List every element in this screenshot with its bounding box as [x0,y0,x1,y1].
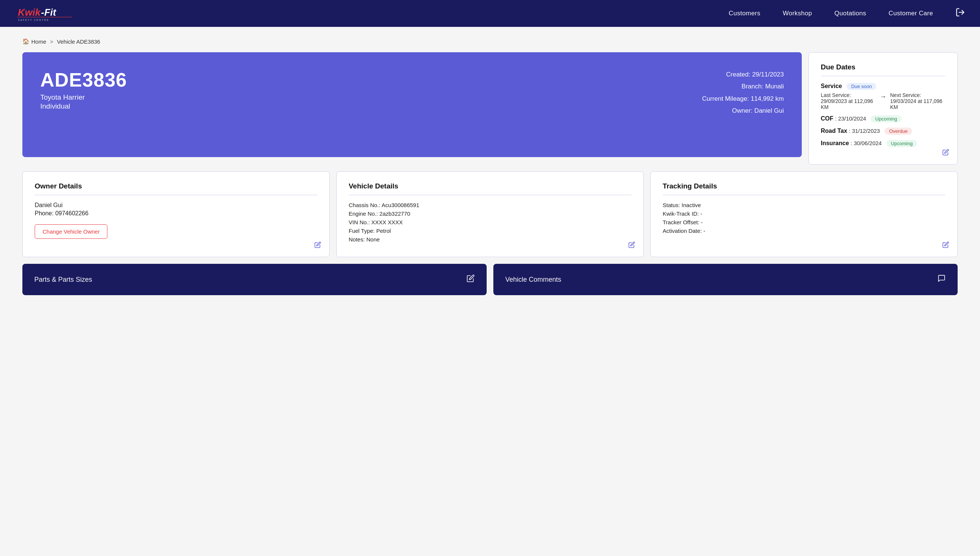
tracking-details-title: Tracking Details [662,182,945,195]
parts-edit-icon[interactable] [466,274,475,285]
vehicle-details-card: Vehicle Details Chassis No.: Acu30008659… [336,171,644,257]
owner-edit-icon[interactable] [314,241,321,250]
change-vehicle-owner-button[interactable]: Change Vehicle Owner [35,224,107,239]
parts-card: Parts & Parts Sizes [23,264,487,295]
hero-row: ADE3836 Toyota Harrier Individual Create… [23,52,957,165]
owner-phone: Phone: 0974602266 [35,210,318,217]
breadcrumb: 🏠 Home > Vehicle ADE3836 [23,38,957,45]
road-tax-label: Road Tax [821,128,847,134]
cof-badge: Upcoming [871,115,902,123]
next-service-date: 19/03/2024 at 117,096 KM [890,98,945,110]
svg-rect-4 [17,17,73,18]
kwik-track-id: Kwik-Track ID: - [662,210,945,217]
owner-name: Daniel Gui [35,202,318,208]
vehicle-model: Toyota Harrier [40,93,127,102]
cof-row: COF : 23/10/2024 Upcoming [821,115,945,123]
nav-item-customers[interactable]: Customers [729,10,760,17]
comments-icon[interactable] [938,274,946,285]
hero-card: ADE3836 Toyota Harrier Individual Create… [23,52,802,157]
service-arrow-icon: → [880,93,887,101]
details-cards-row: Owner Details Daniel Gui Phone: 09746022… [23,171,957,257]
comments-card: Vehicle Comments [493,264,957,295]
vehicle-type: Individual [40,102,127,110]
nav-links: Customers Workshop Quotations Customer C… [729,10,933,17]
logout-button[interactable] [956,8,965,19]
due-dates-title: Due Dates [821,63,945,76]
tracking-status: Status: Inactive [662,202,945,208]
breadcrumb-separator: > [50,39,53,45]
engine-no: Engine No.: 2azb322770 [349,210,631,217]
tracking-edit-icon[interactable] [942,241,949,250]
hero-right: Created: 29/11/2023 Branch: Munali Curre… [702,69,784,117]
insurance-badge: Upcoming [887,140,917,147]
road-tax-badge: Overdue [885,128,912,135]
insurance-date: 30/06/2024 [854,140,882,146]
bottom-row: Parts & Parts Sizes Vehicle Comments [23,264,957,295]
fuel-type: Fuel Type: Petrol [349,228,631,234]
svg-text:-Fit: -Fit [41,7,57,18]
cof-label: COF [821,115,833,122]
service-badge: Due soon [846,83,876,90]
vehicle-notes: Notes: None [349,236,631,242]
service-dates: Last Service: 29/09/2023 at 112,096 KM →… [821,92,945,110]
vehicle-mileage: Current Mileage: 114,992 km [702,93,784,105]
home-icon: 🏠 [23,38,29,45]
navbar: Kwik -Fit SAFETY CENTRE Customers Worksh… [0,0,980,27]
breadcrumb-home-link[interactable]: 🏠 Home [23,38,46,45]
hero-left: ADE3836 Toyota Harrier Individual [40,69,127,110]
insurance-label: Insurance [821,140,849,146]
svg-text:SAFETY CENTRE: SAFETY CENTRE [18,19,49,21]
cof-date: 23/10/2024 [838,115,866,122]
owner-details-card: Owner Details Daniel Gui Phone: 09746022… [23,171,330,257]
next-service-label: Next Service: [890,92,945,98]
vehicle-owner-name: Owner: Daniel Gui [702,105,784,117]
parts-title: Parts & Parts Sizes [34,276,92,284]
service-row: Service Due soon Last Service: 29/09/202… [821,83,945,110]
service-next: Next Service: 19/03/2024 at 117,096 KM [890,92,945,110]
owner-details-title: Owner Details [35,182,318,195]
road-tax-row: Road Tax : 31/12/2023 Overdue [821,128,945,135]
breadcrumb-home-label: Home [31,39,46,45]
nav-item-quotations[interactable]: Quotations [835,10,866,17]
tracker-offset: Tracker Offset: - [662,219,945,225]
svg-text:Kwik: Kwik [18,7,41,18]
due-dates-card: Due Dates Service Due soon Last Service:… [809,52,957,165]
vehicle-branch: Branch: Munali [702,81,784,92]
chassis-no: Chassis No.: Acu300086591 [349,202,631,208]
service-label: Service [821,83,842,89]
nav-item-customer-care[interactable]: Customer Care [889,10,933,17]
service-last: Last Service: 29/09/2023 at 112,096 KM [821,92,876,110]
due-dates-edit-icon[interactable] [942,149,949,157]
vehicle-plate: ADE3836 [40,69,127,91]
insurance-row: Insurance : 30/06/2024 Upcoming [821,140,945,147]
last-service-date: 29/09/2023 at 112,096 KM [821,98,876,110]
breadcrumb-current: Vehicle ADE3836 [57,39,100,45]
nav-item-workshop[interactable]: Workshop [783,10,812,17]
main-content: 🏠 Home > Vehicle ADE3836 ADE3836 Toyota … [0,27,980,318]
logo[interactable]: Kwik -Fit SAFETY CENTRE [15,3,74,24]
road-tax-date: 31/12/2023 [852,128,880,134]
vehicle-created: Created: 29/11/2023 [702,69,784,81]
activation-date: Activation Date: - [662,228,945,234]
vin-no: VIN No.: XXXX XXXX [349,219,631,225]
tracking-details-card: Tracking Details Status: Inactive Kwik-T… [650,171,957,257]
vehicle-details-title: Vehicle Details [349,182,631,195]
comments-title: Vehicle Comments [505,276,561,284]
last-service-label: Last Service: [821,92,876,98]
vehicle-edit-icon[interactable] [629,241,635,250]
